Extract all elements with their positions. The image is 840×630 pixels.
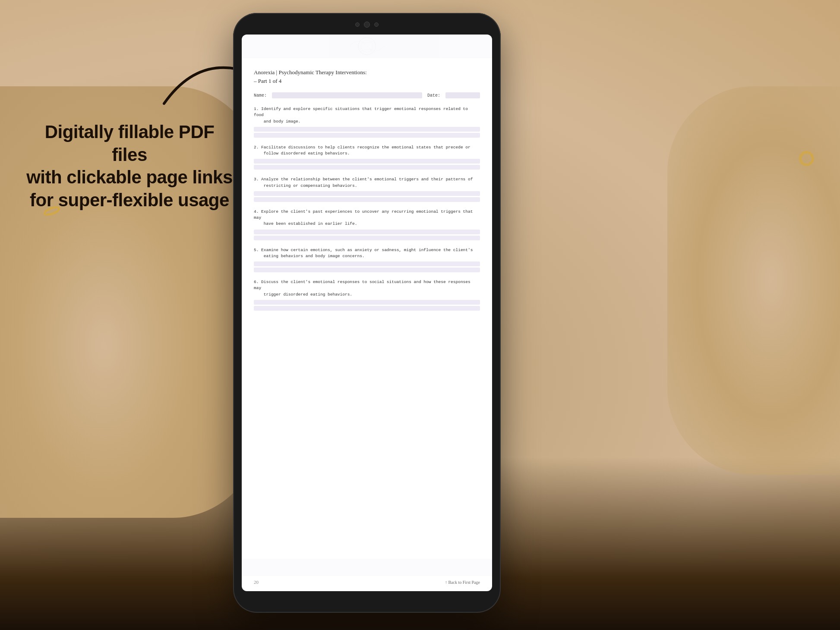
doc-item-6: 6. Discuss the client's emotional respon… (254, 279, 480, 311)
doc-footer: 20 ↑ Back to First Page (254, 580, 480, 585)
doc-item-4-text: 4. Explore the client's past experiences… (254, 209, 480, 227)
doc-item-5-line-1[interactable] (254, 261, 480, 266)
name-input[interactable] (272, 92, 422, 98)
doc-subtitle: – Part 1 of 4 (254, 78, 480, 85)
name-label: Name: (254, 93, 267, 98)
doc-item-1-line-1[interactable] (254, 127, 480, 132)
doc-item-6-text: 6. Discuss the client's emotional respon… (254, 279, 480, 298)
doc-fields-row: Name: Date: (254, 92, 480, 98)
doc-item-2: 2. Facilitate discussions to help client… (254, 145, 480, 170)
doc-item-4: 4. Explore the client's past experiences… (254, 209, 480, 240)
back-to-first-link[interactable]: ↑ Back to First Page (445, 580, 480, 585)
doc-item-6-line-1[interactable] (254, 300, 480, 305)
tablet-camera (345, 21, 388, 28)
doc-item-5-text: 5. Examine how certain emotions, such as… (254, 247, 480, 260)
doc-pattern-bottom (242, 559, 492, 576)
camera-lens (364, 22, 370, 28)
doc-item-5-line-2[interactable] (254, 268, 480, 272)
doc-item-4-line-1[interactable] (254, 230, 480, 234)
document-content: Anorexia | Psychodynamic Therapy Interve… (242, 35, 492, 591)
date-label: Date: (427, 93, 440, 98)
doc-item-2-line-1[interactable] (254, 159, 480, 164)
doc-item-3-line-1[interactable] (254, 191, 480, 196)
tablet-device: Anorexia | Psychodynamic Therapy Interve… (233, 13, 501, 613)
doc-item-1-text: 1. Identify and explore specific situati… (254, 106, 480, 125)
page-number: 20 (254, 580, 259, 585)
camera-dot-1 (355, 22, 360, 27)
doc-item-3: 3. Analyze the relationship between the … (254, 176, 480, 202)
doc-item-4-line-2[interactable] (254, 236, 480, 240)
promo-text: Digitally fillable PDF files with clicka… (26, 121, 233, 211)
ring-right (799, 151, 814, 166)
doc-title-section: Anorexia | Psychodynamic Therapy Interve… (254, 69, 480, 85)
doc-title: Anorexia | Psychodynamic Therapy Interve… (254, 69, 480, 76)
camera-dot-2 (374, 22, 379, 27)
right-hand-bg (667, 86, 840, 475)
doc-item-3-line-2[interactable] (254, 197, 480, 202)
doc-item-1: 1. Identify and explore specific situati… (254, 106, 480, 138)
doc-item-2-line-2[interactable] (254, 165, 480, 170)
doc-item-3-text: 3. Analyze the relationship between the … (254, 176, 480, 189)
date-input[interactable] (445, 92, 480, 98)
doc-item-1-line-2[interactable] (254, 133, 480, 138)
tablet-screen: Anorexia | Psychodynamic Therapy Interve… (242, 35, 492, 591)
doc-item-6-line-2[interactable] (254, 306, 480, 311)
doc-item-5: 5. Examine how certain emotions, such as… (254, 247, 480, 273)
doc-item-2-text: 2. Facilitate discussions to help client… (254, 145, 480, 157)
